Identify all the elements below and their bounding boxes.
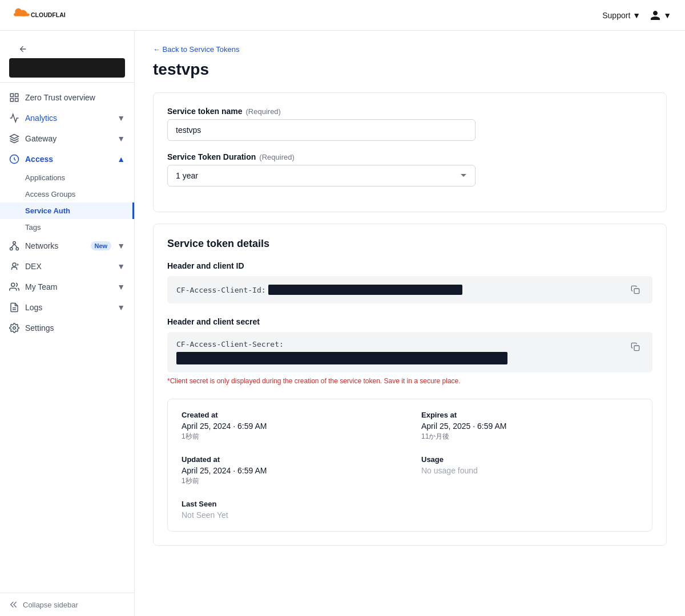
usage-value: No usage found (421, 466, 638, 475)
my-team-icon (9, 282, 19, 292)
sidebar-item-label: DEX (25, 262, 111, 271)
sidebar-header (0, 31, 134, 83)
expires-at-value: April 25, 2025 · 6:59 AM (421, 422, 638, 431)
networks-badge: New (91, 241, 112, 250)
collapse-icon (9, 600, 18, 609)
last-seen-label: Last Seen (182, 500, 398, 508)
updated-at-label: Updated at (182, 455, 398, 464)
sidebar-item-label: Gateway (25, 134, 111, 143)
subitem-label: Access Groups (25, 190, 75, 198)
sidebar-item-label: Zero Trust overview (25, 93, 125, 102)
sidebar-item-gateway[interactable]: Gateway ▼ (0, 128, 134, 149)
client-id-copy-button[interactable] (627, 284, 643, 295)
logo: CLOUDFLARE (14, 7, 65, 24)
support-button[interactable]: Support ▼ (602, 11, 640, 20)
sidebar-item-networks[interactable]: Networks New ▼ (0, 236, 134, 256)
user-menu-button[interactable]: ▼ (650, 10, 671, 21)
sidebar-subitem-access-groups[interactable]: Access Groups (0, 186, 134, 202)
main-content: ← Back to Service Tokens testvps Service… (135, 31, 685, 616)
gateway-icon (9, 133, 19, 144)
support-label: Support (602, 11, 630, 20)
svg-rect-3 (10, 99, 13, 102)
subitem-label: Service Auth (25, 206, 70, 215)
duration-group: Service Token Duration (Required) Non-ex… (167, 152, 652, 187)
grid-icon (9, 92, 19, 103)
svg-rect-16 (634, 289, 639, 294)
dex-chevron-icon: ▼ (117, 262, 125, 271)
sidebar-item-logs[interactable]: Logs ▼ (0, 297, 134, 318)
dex-icon (9, 261, 19, 271)
secret-warning: *Client secret is only displayed during … (167, 377, 652, 385)
svg-rect-2 (15, 94, 18, 96)
sidebar-item-zero-trust[interactable]: Zero Trust overview (0, 87, 134, 108)
svg-point-6 (13, 242, 16, 245)
sidebar-item-settings[interactable]: Settings (0, 318, 134, 338)
duration-select[interactable]: Non-expiring 1 month 3 months 6 months 1… (167, 165, 476, 187)
sidebar-access-subitems: Applications Access Groups Service Auth … (0, 169, 134, 236)
back-link-text: ← Back to Service Tokens (153, 45, 240, 54)
token-name-label-text: Service token name (167, 107, 243, 116)
topnav: CLOUDFLARE Support ▼ ▼ (0, 0, 685, 31)
token-meta-grid: Created at April 25, 2024 · 6:59 AM 1秒前 … (167, 399, 652, 532)
access-icon (9, 154, 19, 164)
token-name-input[interactable] (167, 119, 476, 141)
expires-at-sub: 11か月後 (421, 432, 638, 441)
sidebar-item-dex[interactable]: DEX ▼ (0, 256, 134, 277)
service-token-form-card: Service token name (Required) Service To… (153, 92, 667, 212)
analytics-chevron-icon: ▼ (117, 114, 125, 123)
token-details-title: Service token details (167, 238, 652, 250)
sidebar-item-label: Networks (25, 241, 85, 250)
sidebar-back-button[interactable] (9, 40, 125, 58)
created-at-item: Created at April 25, 2024 · 6:59 AM 1秒前 (182, 411, 398, 441)
collapse-sidebar-button[interactable]: Collapse sidebar (0, 593, 134, 616)
settings-icon (9, 323, 19, 333)
networks-chevron-icon: ▼ (117, 241, 125, 250)
copy-icon (631, 285, 640, 294)
client-secret-copy-button[interactable] (627, 341, 643, 352)
account-block[interactable] (9, 58, 125, 78)
svg-line-9 (11, 244, 14, 248)
sidebar-item-label: Analytics (25, 114, 111, 123)
sidebar-subitem-applications[interactable]: Applications (0, 169, 134, 186)
sidebar-item-my-team[interactable]: My Team ▼ (0, 277, 134, 297)
gateway-chevron-icon: ▼ (117, 134, 125, 143)
duration-label: Service Token Duration (Required) (167, 152, 652, 161)
svg-text:CLOUDFLARE: CLOUDFLARE (31, 11, 65, 18)
subitem-label: Applications (25, 173, 65, 182)
account-name (16, 64, 18, 72)
expires-at-label: Expires at (421, 411, 638, 419)
access-chevron-icon: ▲ (117, 155, 125, 164)
sidebar-subitem-tags[interactable]: Tags (0, 219, 134, 236)
networks-icon (9, 241, 19, 251)
svg-point-7 (10, 248, 13, 250)
usage-label: Usage (421, 455, 638, 464)
sidebar: Zero Trust overview Analytics ▼ Gateway … (0, 31, 135, 616)
expires-at-item: Expires at April 25, 2025 · 6:59 AM 11か月… (421, 411, 638, 441)
cloudflare-logo-svg: CLOUDFLARE (14, 7, 65, 24)
token-name-group: Service token name (Required) (167, 107, 652, 141)
usage-item: Usage No usage found (421, 455, 638, 486)
updated-at-value: April 25, 2024 · 6:59 AM (182, 466, 398, 475)
client-secret-code-block: CF-Access-Client-Secret: (167, 332, 652, 372)
user-chevron-icon: ▼ (663, 11, 671, 20)
copy-secret-icon (631, 342, 640, 351)
client-id-code-block: CF-Access-Client-Id: (167, 276, 652, 303)
sidebar-item-analytics[interactable]: Analytics ▼ (0, 108, 134, 128)
sidebar-subitem-service-auth[interactable]: Service Auth (0, 202, 134, 219)
collapse-label: Collapse sidebar (23, 601, 78, 609)
svg-point-11 (13, 263, 16, 266)
client-secret-key: CF-Access-Client-Secret: (176, 340, 284, 348)
analytics-icon (9, 113, 19, 123)
duration-required: (Required) (259, 153, 294, 161)
back-to-service-tokens-link[interactable]: ← Back to Service Tokens (153, 45, 240, 54)
sidebar-item-label: Access (25, 155, 111, 164)
sidebar-item-label: My Team (25, 282, 111, 291)
duration-label-text: Service Token Duration (167, 152, 256, 161)
client-id-label: Header and client ID (167, 261, 652, 270)
sidebar-item-access[interactable]: Access ▲ (0, 149, 134, 169)
logs-chevron-icon: ▼ (117, 303, 125, 312)
token-name-required: (Required) (246, 107, 281, 116)
client-id-section: Header and client ID CF-Access-Client-Id… (167, 261, 652, 303)
svg-rect-17 (634, 346, 639, 351)
client-secret-section: Header and client secret CF-Access-Clien… (167, 317, 652, 385)
